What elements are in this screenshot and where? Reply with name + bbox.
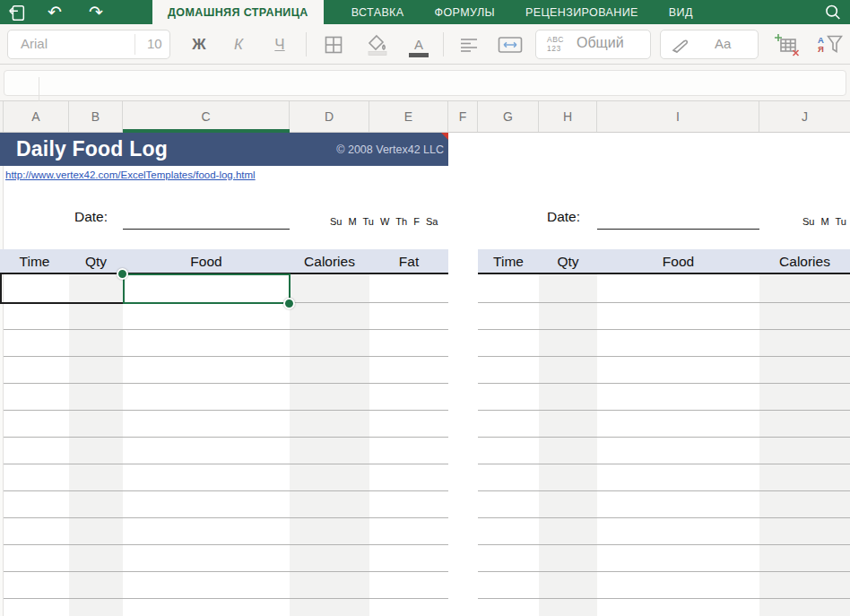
left-header-qty: Qty bbox=[69, 249, 123, 274]
row-gridline bbox=[478, 464, 850, 464]
left-header-calories: Calories bbox=[290, 249, 369, 274]
right-header-border bbox=[478, 273, 850, 274]
row-gridline bbox=[0, 544, 448, 545]
row-gridline bbox=[478, 329, 850, 330]
template-title: Daily Food Log bbox=[16, 137, 168, 161]
row-gridline bbox=[0, 517, 448, 518]
weekday-checkoff-right: Su M Tu W Th F Sa bbox=[802, 216, 850, 227]
comment-indicator bbox=[441, 133, 448, 140]
column-shading bbox=[69, 274, 123, 616]
row-gridline bbox=[0, 410, 448, 411]
row-gridline bbox=[478, 571, 850, 572]
sheet-grid[interactable]: Daily Food Log © 2008 Vertex42 LLC http:… bbox=[0, 133, 850, 616]
row-gridline bbox=[478, 544, 850, 545]
right-header-calories: Calories bbox=[759, 249, 850, 274]
row-gridline bbox=[478, 302, 850, 303]
row-gridline bbox=[0, 437, 448, 438]
row-gridline bbox=[478, 490, 850, 491]
left-header-food: Food bbox=[123, 249, 290, 274]
right-header-time: Time bbox=[478, 249, 539, 274]
first-row-bottom-border bbox=[0, 302, 123, 304]
row-gridline bbox=[478, 517, 850, 518]
row-gridline bbox=[478, 410, 850, 411]
right-header-qty: Qty bbox=[539, 249, 597, 274]
row-gridline bbox=[0, 490, 448, 491]
date-label-right: Date: bbox=[547, 209, 580, 225]
column-shading bbox=[759, 274, 850, 616]
row-gridline bbox=[0, 571, 448, 572]
first-row-left-border bbox=[0, 274, 2, 303]
right-header-food: Food bbox=[597, 249, 759, 274]
date-entry-line-left[interactable] bbox=[123, 229, 290, 230]
row-gridline bbox=[0, 356, 448, 357]
selection-handle-top-left[interactable] bbox=[117, 268, 128, 280]
selected-cell-outline[interactable] bbox=[123, 273, 291, 304]
row-gridline bbox=[478, 383, 850, 384]
row-gridline bbox=[0, 383, 448, 384]
date-label-left: Date: bbox=[74, 209, 108, 225]
left-header-fat: Fat bbox=[369, 249, 448, 274]
excel-app-window: ↶ ↷ ДОМАШНЯЯ СТРАНИЦА ВСТАВКА ФОРМУЛЫ РЕ… bbox=[0, 0, 850, 616]
grid-decoration-layer bbox=[0, 0, 850, 616]
row-gridline bbox=[478, 356, 850, 357]
column-shading bbox=[539, 274, 597, 616]
date-entry-line-right[interactable] bbox=[597, 229, 759, 230]
left-header-time: Time bbox=[0, 249, 69, 274]
row-gridline bbox=[478, 598, 850, 599]
template-title-bar: Daily Food Log © 2008 Vertex42 LLC bbox=[0, 133, 448, 166]
template-url-link[interactable]: http://www.vertex42.com/ExcelTemplates/f… bbox=[5, 169, 256, 180]
selection-handle-bottom-right[interactable] bbox=[283, 298, 295, 309]
row-gridline bbox=[0, 329, 448, 330]
copyright-text: © 2008 Vertex42 LLC bbox=[336, 143, 444, 156]
row-gridline bbox=[0, 598, 448, 599]
column-shading bbox=[290, 274, 369, 616]
row-gridline bbox=[478, 437, 850, 438]
row-header-sliver-body bbox=[0, 133, 4, 616]
weekday-checkoff-left: Su M Tu W Th F Sa bbox=[330, 216, 438, 227]
row-gridline bbox=[0, 464, 448, 464]
